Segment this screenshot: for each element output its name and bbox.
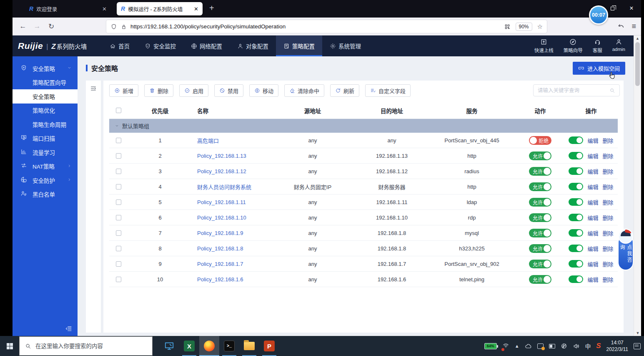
onedrive-cloud-icon[interactable]	[525, 343, 532, 350]
row-checkbox[interactable]	[116, 169, 121, 174]
action-pill-allow[interactable]: 允许	[529, 151, 551, 160]
sidebar-item-7[interactable]: NAT策略	[13, 159, 78, 174]
enter-simulation-button[interactable]: 进入模拟空间	[573, 62, 625, 75]
delete-link[interactable]: 删除	[603, 260, 614, 268]
nav-item-5[interactable]: 系统管理	[322, 35, 368, 56]
tab-close-icon[interactable]: ✕	[192, 6, 198, 12]
consult-widget[interactable]: 点我咨询	[617, 229, 634, 271]
tab-close-icon[interactable]: ✕	[100, 6, 107, 12]
policy-name-link[interactable]: Policy_192.168.1.13	[197, 153, 246, 159]
search-icon[interactable]	[609, 88, 615, 93]
select-all-checkbox[interactable]	[116, 108, 121, 113]
wifi-icon[interactable]	[502, 342, 509, 351]
action-pill-deny[interactable]: 拒绝	[529, 136, 551, 145]
taskbar-search-input[interactable]	[35, 343, 147, 349]
sidebar-item-0[interactable]: 安全策略	[13, 61, 78, 76]
enable-toggle[interactable]	[569, 245, 583, 252]
row-checkbox[interactable]	[116, 138, 121, 143]
row-checkbox[interactable]	[116, 215, 121, 220]
action-pill-allow[interactable]: 允许	[529, 198, 551, 207]
lock-insecure-icon[interactable]	[120, 23, 127, 30]
action-pill-allow[interactable]: 允许	[529, 244, 551, 253]
url-bar[interactable]: https://192.168.1.200/policy/securityPol…	[106, 20, 547, 33]
policy-name-link[interactable]: Policy_192.168.1.7	[197, 261, 243, 267]
taskbar-app-powerpoint[interactable]: P	[259, 336, 279, 356]
speaker-icon[interactable]	[573, 343, 580, 350]
nav-item-1[interactable]: 安全监控	[137, 35, 183, 56]
toolbar-button-4[interactable]: 移动	[249, 84, 278, 97]
reload-icon[interactable]: ↻	[44, 22, 58, 31]
nav-right-item-3[interactable]: admin	[612, 38, 625, 53]
taskbar-app-firefox[interactable]	[199, 336, 219, 356]
edit-link[interactable]: 编辑	[587, 275, 598, 283]
new-tab-button[interactable]: +	[209, 3, 214, 13]
sidebar-item-8[interactable]: 安全防护	[13, 173, 78, 187]
toolbar-button-3[interactable]: 禁用	[214, 84, 243, 97]
menu-hamburger-icon[interactable]: ≡	[631, 22, 636, 31]
sidebar-item-6[interactable]: 流量学习	[13, 145, 78, 159]
sidebar-item-9[interactable]: 黑白名单	[13, 187, 78, 202]
nav-item-4[interactable]: 策略配置	[276, 35, 322, 56]
sidebar-item-3[interactable]: 策略优化	[13, 104, 78, 118]
undo-curl-icon[interactable]	[617, 23, 625, 30]
edit-link[interactable]: 编辑	[587, 152, 598, 160]
delete-link[interactable]: 删除	[603, 167, 614, 175]
edit-link[interactable]: 编辑	[587, 183, 598, 191]
browser-tab[interactable]: R 模拟运行 - Z系列防火墙 ✕	[117, 2, 203, 15]
row-checkbox[interactable]	[116, 153, 121, 159]
qr-code-icon[interactable]	[504, 23, 511, 30]
delete-link[interactable]: 删除	[603, 214, 614, 222]
tray-expand-icon[interactable]: ▲	[515, 343, 519, 348]
policy-group-row[interactable]: 默认策略组	[109, 119, 618, 133]
policy-name-link[interactable]: Policy_192.168.1.12	[197, 168, 246, 174]
nav-right-item-0[interactable]: 快速上线	[534, 38, 554, 53]
policy-name-link[interactable]: Policy_192.168.1.11	[197, 199, 246, 205]
page-scrollbar[interactable]: ▲ ▼	[634, 35, 641, 336]
nav-item-2[interactable]: 网络配置	[183, 35, 230, 56]
edit-link[interactable]: 编辑	[587, 229, 598, 237]
action-pill-allow[interactable]: 允许	[529, 213, 551, 222]
nav-item-3[interactable]: 对象配置	[230, 35, 276, 56]
edit-link[interactable]: 编辑	[587, 214, 598, 222]
taskbar-app-excel[interactable]: X	[179, 336, 199, 356]
sogou-input-icon[interactable]: S	[596, 342, 601, 350]
nav-item-0[interactable]: 首页	[102, 35, 137, 56]
browser-tab[interactable]: R 欢迎登录 ✕	[25, 2, 111, 15]
edit-link[interactable]: 编辑	[587, 245, 598, 252]
phone-link-icon[interactable]	[537, 343, 544, 349]
taskbar-app-pen-display[interactable]	[159, 336, 179, 356]
enable-toggle[interactable]	[569, 260, 583, 268]
delete-link[interactable]: 删除	[603, 136, 614, 144]
row-checkbox[interactable]	[116, 246, 121, 251]
delete-link[interactable]: 删除	[603, 198, 614, 206]
tracking-shield-icon[interactable]	[110, 23, 117, 30]
taskbar-app-file-explorer[interactable]	[239, 336, 259, 356]
toolbar-button-5[interactable]: 清除命中	[284, 84, 324, 97]
action-pill-allow[interactable]: 允许	[529, 167, 551, 176]
sidebar-item-2[interactable]: 安全策略	[13, 89, 78, 104]
enable-toggle[interactable]	[569, 152, 583, 159]
edit-link[interactable]: 编辑	[587, 260, 598, 268]
action-pill-allow[interactable]: 允许	[529, 275, 551, 284]
back-icon[interactable]: ←	[16, 22, 30, 30]
notification-center-icon[interactable]	[634, 343, 641, 349]
sidebar-item-1[interactable]: 策略配置向导	[13, 76, 78, 90]
row-checkbox[interactable]	[116, 184, 121, 189]
edit-link[interactable]: 编辑	[587, 167, 598, 175]
taskbar-app-terminal[interactable]: >_	[219, 336, 239, 356]
enable-toggle[interactable]	[569, 167, 583, 175]
policy-name-link[interactable]: Policy_192.168.1.10	[197, 215, 246, 221]
delete-link[interactable]: 删除	[603, 275, 614, 283]
start-button[interactable]	[0, 336, 19, 356]
ime-indicator[interactable]: 中	[585, 342, 591, 350]
policy-name-link[interactable]: 高危端口	[197, 136, 219, 144]
sidebar-collapse-icon[interactable]	[65, 325, 72, 332]
enable-toggle[interactable]	[569, 229, 583, 237]
battery-icon[interactable]: 64%	[484, 343, 497, 349]
taskbar-clock[interactable]: 14:07 2022/3/11	[606, 339, 629, 353]
sidebar-item-4[interactable]: 策略生命周期	[13, 117, 78, 131]
enable-toggle[interactable]	[569, 183, 583, 190]
display-icon[interactable]	[549, 344, 555, 348]
row-checkbox[interactable]	[116, 230, 121, 236]
row-checkbox[interactable]	[116, 199, 121, 205]
